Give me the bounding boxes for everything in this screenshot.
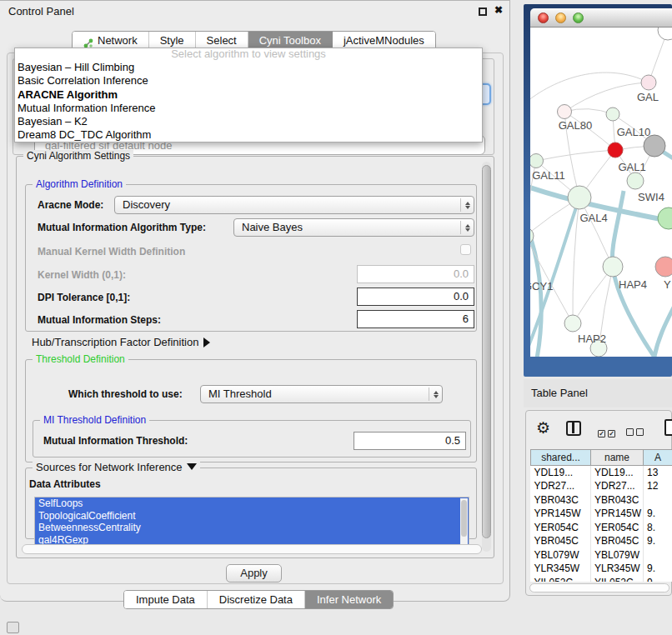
cyni-settings-title: Cyni Algorithm Settings	[23, 150, 133, 162]
zoom-traffic-light-icon[interactable]	[573, 12, 584, 23]
control-panel-titlebar: Control Panel ✖	[0, 1, 509, 22]
node-table[interactable]: shared... name A YDL19...YDL19...13 YDR2…	[530, 449, 672, 582]
mi-steps-label: Mutual Information Steps:	[38, 314, 161, 326]
menu-item-bayesian-k2[interactable]: Bayesian – K2	[15, 115, 482, 128]
list-item[interactable]: SelfLoops	[35, 498, 469, 510]
list-item[interactable]: BetweennessCentrality	[35, 522, 469, 534]
minimized-panel-icon[interactable]	[7, 622, 19, 633]
settings-horizontal-scrollbar[interactable]	[22, 544, 482, 554]
sources-expander[interactable]: Sources for Network Inference	[33, 462, 200, 473]
column-header-shared-name[interactable]: shared...	[531, 450, 591, 466]
dpi-tolerance-label: DPI Tolerance [0,1]:	[38, 292, 130, 303]
table-row[interactable]: YER054CYER054C8.	[531, 521, 672, 535]
network-node-hap4[interactable]	[603, 257, 623, 277]
network-window-titlebar[interactable]	[530, 8, 672, 28]
algorithm-dropdown-popup: Select algorithm to view settings Bayesi…	[14, 48, 483, 142]
svg-text:GAL4: GAL4	[579, 212, 607, 224]
network-tab-icon	[83, 36, 93, 46]
data-attributes-label: Data Attributes	[29, 478, 101, 490]
network-node-swi4[interactable]	[658, 208, 672, 229]
svg-text:HAP2: HAP2	[578, 332, 606, 345]
network-node-gal1[interactable]	[608, 142, 623, 158]
svg-text:Y: Y	[664, 278, 671, 291]
dpi-tolerance-field[interactable]: 0.0	[357, 288, 474, 306]
minimize-traffic-light-icon[interactable]	[555, 12, 566, 23]
combo-arrows-icon	[460, 198, 471, 212]
network-node-y[interactable]	[655, 257, 672, 277]
menu-item-aracne[interactable]: ARACNE Algorithm	[15, 88, 482, 102]
scrollbar-thumb[interactable]	[482, 165, 491, 538]
aracne-mode-label: Aracne Mode:	[38, 199, 103, 211]
network-node-gal[interactable]	[641, 75, 656, 90]
table-row[interactable]: YPR145WYPR145W9.	[531, 507, 672, 521]
list-item[interactable]: TopologicalCoefficient	[35, 510, 469, 522]
table-panel-title: Table Panel	[531, 387, 588, 399]
close-icon[interactable]: ✖	[494, 4, 503, 16]
manual-kernel-label: Manual Kernel Width Definition	[38, 246, 185, 258]
tab-infer-network[interactable]: Infer Network	[305, 591, 393, 608]
network-view-window: GAL GAL80 GAL10 GAL1 GAL11 SWI4 GAL4 GCY…	[524, 4, 672, 377]
list-item[interactable]: gal4RGexp	[35, 534, 469, 546]
column-header-name[interactable]: name	[591, 450, 644, 466]
tab-impute-data[interactable]: Impute Data	[124, 591, 208, 608]
attributes-scrollbar[interactable]	[460, 498, 468, 545]
svg-text:HAP4: HAP4	[619, 278, 647, 291]
kernel-width-field[interactable]: 0.0	[357, 265, 474, 283]
kernel-width-label: Kernel Width (0,1):	[38, 269, 126, 281]
tab-network[interactable]: Network	[73, 32, 149, 49]
manual-kernel-checkbox[interactable]	[460, 244, 471, 255]
which-threshold-label: Which threshold to use:	[68, 388, 183, 400]
table-row[interactable]: YDR27...YDR27...12	[531, 479, 672, 493]
network-node-gal80[interactable]	[558, 105, 572, 119]
table-header-row: shared... name A	[531, 450, 672, 466]
scrollbar-thumb[interactable]	[461, 500, 467, 537]
mi-type-combobox[interactable]: Naive Bayes	[233, 218, 474, 237]
network-node-gal4[interactable]	[568, 186, 591, 209]
mi-threshold-group: MI Threshold Definition Mutual Informati…	[33, 420, 471, 458]
aracne-mode-combobox[interactable]: Discovery	[114, 196, 474, 214]
mi-threshold-title: MI Threshold Definition	[40, 414, 149, 426]
network-node-hap2[interactable]	[564, 315, 581, 332]
close-traffic-light-icon[interactable]	[538, 12, 549, 23]
mi-steps-field[interactable]: 6	[357, 310, 474, 328]
network-node-gal10[interactable]	[606, 108, 619, 121]
table-row[interactable]: YBL079WYBL079W	[531, 548, 672, 562]
cyni-algorithm-settings-group: Cyni Algorithm Settings Algorithm Defini…	[16, 156, 494, 558]
algorithm-definition-title: Algorithm Definition	[33, 178, 126, 190]
table-row[interactable]: YDL19...YDL19...13	[531, 466, 672, 480]
menu-item-dream8[interactable]: Dream8 DC_TDC Algorithm	[15, 128, 482, 142]
sources-group: Sources for Network Inference Data Attri…	[25, 468, 477, 539]
svg-text:GCY1: GCY1	[530, 280, 553, 292]
column-header-partial[interactable]: A	[644, 450, 672, 466]
mi-threshold-field[interactable]: 0.5	[354, 432, 466, 450]
tab-select[interactable]: Select	[196, 32, 248, 49]
tab-discretize-data[interactable]: Discretize Data	[208, 591, 305, 608]
table-horizontal-scrollbar[interactable]	[529, 583, 669, 592]
table-panel-header: Table Panel	[524, 379, 672, 408]
apply-button[interactable]: Apply	[226, 564, 282, 582]
network-node[interactable]	[658, 28, 672, 40]
table-row[interactable]: YIL052CYIL052C9.	[531, 576, 672, 582]
table-row[interactable]: YLR345WYLR345W9.	[531, 562, 672, 576]
tab-cyni-toolbox[interactable]: Cyni Toolbox	[248, 32, 333, 49]
table-row[interactable]: YBR045CYBR045C9.	[531, 534, 672, 548]
settings-vertical-scrollbar[interactable]	[482, 162, 491, 552]
hub-definition-expander[interactable]: Hub/Transcription Factor Definition	[32, 336, 210, 348]
menu-item-bayesian-hill-climbing[interactable]: Bayesian – Hill Climbing	[15, 61, 482, 74]
svg-text:GAL80: GAL80	[559, 119, 592, 132]
data-attributes-list[interactable]: SelfLoops TopologicalCoefficient Between…	[34, 497, 469, 545]
which-threshold-combobox[interactable]: MI Threshold	[200, 385, 443, 403]
algorithm-placeholder: Select algorithm to view settings	[15, 48, 482, 61]
tab-network-label: Network	[98, 32, 138, 49]
expander-down-arrow-icon	[187, 463, 197, 470]
menu-item-basic-correlation[interactable]: Basic Correlation Inference	[15, 74, 482, 88]
menu-item-mutual-information[interactable]: Mutual Information Inference	[15, 102, 482, 115]
float-window-icon[interactable]	[479, 8, 487, 16]
network-canvas[interactable]: GAL GAL80 GAL10 GAL1 GAL11 SWI4 GAL4 GCY…	[530, 28, 672, 357]
tab-style[interactable]: Style	[149, 32, 196, 49]
network-node[interactable]	[627, 172, 644, 189]
tab-jactivemnodules[interactable]: jActiveMNodules	[333, 32, 435, 49]
svg-text:GAL1: GAL1	[618, 161, 645, 173]
table-row[interactable]: YBR043CYBR043C	[531, 493, 672, 508]
network-node-gal11[interactable]	[530, 154, 544, 168]
